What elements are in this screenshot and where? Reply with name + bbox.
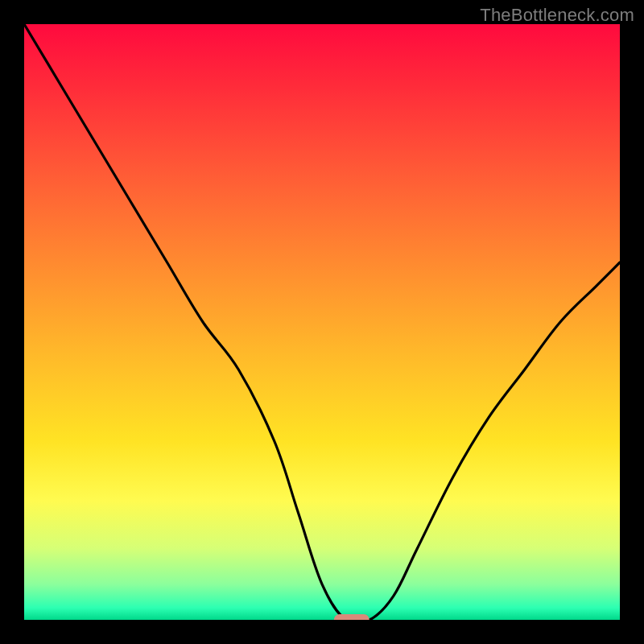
optimal-point-marker bbox=[334, 614, 369, 620]
chart-frame: TheBottleneck.com bbox=[0, 0, 644, 644]
watermark-text: TheBottleneck.com bbox=[480, 5, 634, 26]
bottleneck-curve-path bbox=[24, 24, 620, 620]
plot-area bbox=[24, 24, 620, 620]
bottleneck-curve bbox=[24, 24, 620, 620]
